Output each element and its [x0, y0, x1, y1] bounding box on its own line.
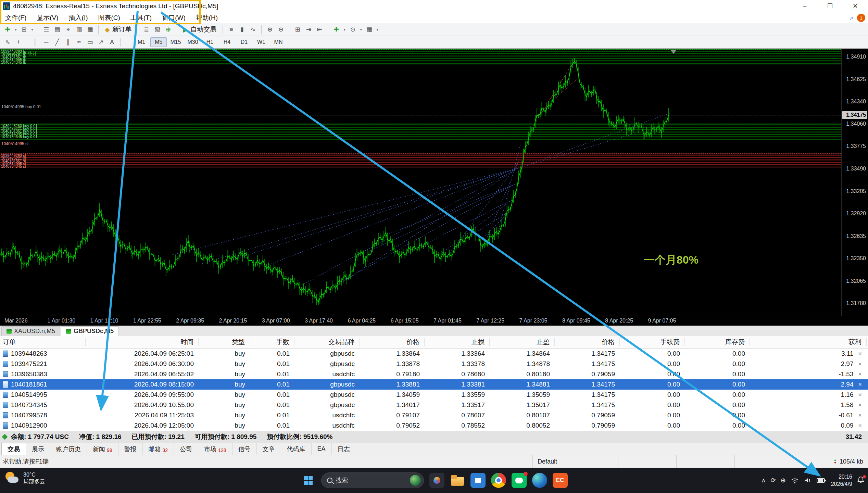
close-order-button[interactable]: ×: [858, 350, 862, 357]
notification-bell-icon[interactable]: [857, 476, 865, 485]
profile-selector[interactable]: Default: [532, 455, 618, 468]
shapes-button[interactable]: ▭: [85, 37, 95, 47]
close-order-button[interactable]: ×: [858, 361, 862, 368]
terminal-tab-EA[interactable]: EA: [312, 443, 332, 455]
arrows-button[interactable]: ↗: [96, 37, 106, 47]
volume-icon[interactable]: [804, 477, 812, 484]
terminal-tab-账户历史[interactable]: 账户历史: [50, 443, 87, 455]
column-header-6[interactable]: 止损: [425, 338, 490, 346]
order-row[interactable]: 10396503832026.04.09 06:55:02buy0.01usdc…: [0, 369, 868, 379]
terminal-tab-信号[interactable]: 信号: [232, 443, 257, 455]
taskbar-icon-file-explorer[interactable]: [450, 473, 465, 488]
terminal-tab-日志[interactable]: 日志: [332, 443, 356, 455]
start-button[interactable]: [301, 473, 316, 488]
horizontal-line-button[interactable]: ─: [41, 37, 51, 47]
chart-tab-XAUUSD.n,M5[interactable]: XAUUSD.n,M5: [1, 326, 60, 336]
periods-button[interactable]: ⊙: [348, 24, 358, 35]
order-row[interactable]: 10405149952026.04.09 09:55:00buy0.01gbpu…: [0, 390, 868, 400]
menu-item-图表(C)[interactable]: 图表(C): [93, 12, 125, 23]
taskbar-icon-chrome[interactable]: [491, 473, 506, 488]
text-button[interactable]: A: [107, 37, 117, 47]
search-icon[interactable]: ⌕: [850, 14, 854, 22]
terminal-button[interactable]: ▥: [74, 24, 84, 35]
close-order-button[interactable]: ×: [858, 371, 862, 378]
chart-shift-marker-icon[interactable]: [670, 50, 677, 54]
tile-windows-button[interactable]: ⊞: [292, 24, 303, 35]
timeframe-W1[interactable]: W1: [253, 37, 269, 47]
timeframe-M30[interactable]: M30: [185, 37, 201, 47]
clock-widget[interactable]: 20:16 2026/4/9: [831, 473, 852, 488]
order-row[interactable]: 10394482632026.04.09 06:25:01buy0.01gbpu…: [0, 349, 868, 359]
timeframe-M15[interactable]: M15: [167, 37, 184, 47]
data-window-button[interactable]: ▤: [52, 24, 62, 35]
wifi-icon[interactable]: [791, 477, 799, 484]
taskbar-icon-photos[interactable]: [429, 473, 444, 488]
profile-button[interactable]: ⊞: [19, 24, 29, 35]
menu-item-窗口(W)[interactable]: 窗口(W): [157, 12, 191, 23]
order-row[interactable]: 10407343452026.04.09 10:55:00buy0.01gbpu…: [0, 400, 868, 410]
market-watch-button[interactable]: ☰: [41, 24, 51, 35]
navigator-button[interactable]: ⌖: [63, 24, 73, 35]
terminal-tab-新闻[interactable]: 新闻99: [87, 443, 118, 455]
column-header-11[interactable]: 获利: [750, 338, 867, 346]
fibonacci-button[interactable]: ≈: [74, 37, 84, 47]
column-header-4[interactable]: 交易品种: [294, 338, 360, 346]
strategy-tester-button[interactable]: ▦: [85, 24, 95, 35]
crosshair-button[interactable]: +: [13, 37, 24, 47]
taskbar-search[interactable]: 搜索: [321, 472, 424, 488]
column-header-5[interactable]: 价格: [360, 338, 425, 346]
terminal-tab-市场[interactable]: 市场128: [198, 443, 232, 455]
candlestick-button[interactable]: ▮: [237, 24, 247, 35]
timeframe-D1[interactable]: D1: [236, 37, 252, 47]
column-header-7[interactable]: 止盈: [490, 338, 555, 346]
bar-chart-button[interactable]: ≡: [226, 24, 236, 35]
close-order-button[interactable]: ×: [858, 412, 862, 419]
menu-item-插入(I)[interactable]: 插入(I): [64, 12, 93, 23]
timeframe-H4[interactable]: H4: [219, 37, 235, 47]
menu-item-文件(F)[interactable]: 文件(F): [0, 12, 32, 23]
close-order-button[interactable]: ×: [858, 391, 862, 399]
close-order-button[interactable]: ×: [858, 422, 862, 429]
timeframe-M1[interactable]: M1: [133, 37, 150, 47]
community-button[interactable]: ⊕: [163, 24, 174, 35]
sync-icon[interactable]: ⟳: [771, 477, 776, 484]
terminal-tab-公司[interactable]: 公司: [174, 443, 198, 455]
timeframe-M5[interactable]: M5: [150, 37, 167, 47]
column-header-1[interactable]: 时间: [86, 338, 199, 346]
terminal-tab-代码库[interactable]: 代码库: [281, 443, 312, 455]
weather-widget[interactable]: 30°C 局部多云: [5, 471, 45, 485]
auto-trading-button[interactable]: ▶自动交易: [180, 24, 220, 35]
chart-plot[interactable]: 1039448263 tp1039475221 tp1040181861 tp1…: [0, 49, 841, 316]
terminal-tab-警报[interactable]: 警报: [118, 443, 143, 455]
order-row[interactable]: 10401818612026.04.09 08:15:00buy0.01gbpu…: [0, 379, 868, 390]
templates-caret[interactable]: ▾: [375, 24, 380, 35]
taskbar-icon-edge[interactable]: [532, 473, 547, 488]
menu-item-工具(T)[interactable]: 工具(T): [125, 12, 157, 23]
column-header-8[interactable]: 价格: [555, 338, 620, 346]
depth-of-market-button[interactable]: ≣: [141, 24, 152, 35]
profile-caret[interactable]: ▾: [30, 24, 35, 35]
maximize-button[interactable]: ☐: [817, 0, 843, 12]
chart-shift-button[interactable]: ⇤: [314, 24, 325, 35]
terminal-tab-展示[interactable]: 展示: [26, 443, 50, 455]
column-header-3[interactable]: 手数: [250, 338, 294, 346]
order-row[interactable]: 10394752212026.04.09 06:30:00buy0.01gbpu…: [0, 359, 868, 369]
column-header-9[interactable]: 手续费: [620, 338, 685, 346]
menu-item-帮助(H)[interactable]: 帮助(H): [191, 12, 223, 23]
line-chart-button[interactable]: ∿: [248, 24, 258, 35]
taskbar-icon-wechat[interactable]: [512, 473, 527, 488]
timeframe-H1[interactable]: H1: [202, 37, 218, 47]
chart-list-caret[interactable]: ▾: [13, 24, 18, 35]
tray-chevron-icon[interactable]: ∧: [761, 477, 766, 484]
zoom-out-button[interactable]: ⊖: [276, 24, 286, 35]
terminal-tab-文章[interactable]: 文章: [257, 443, 281, 455]
taskbar-icon-store[interactable]: [470, 473, 486, 488]
column-header-10[interactable]: 库存费: [685, 338, 750, 346]
pin-icon[interactable]: ⊕: [781, 477, 786, 484]
new-order-button[interactable]: ◆新订单: [101, 24, 135, 35]
column-header-0[interactable]: 订单: [0, 338, 86, 346]
price-axis[interactable]: 1.34175 1.349101.346251.343401.340601.33…: [841, 49, 868, 316]
order-row[interactable]: 10409129002026.04.09 12:05:00buy0.01usdc…: [0, 420, 868, 431]
time-axis[interactable]: Mar 20261 Apr 01:301 Apr 12:101 Apr 22:5…: [0, 316, 868, 326]
zoom-in-button[interactable]: ⊕: [265, 24, 275, 35]
